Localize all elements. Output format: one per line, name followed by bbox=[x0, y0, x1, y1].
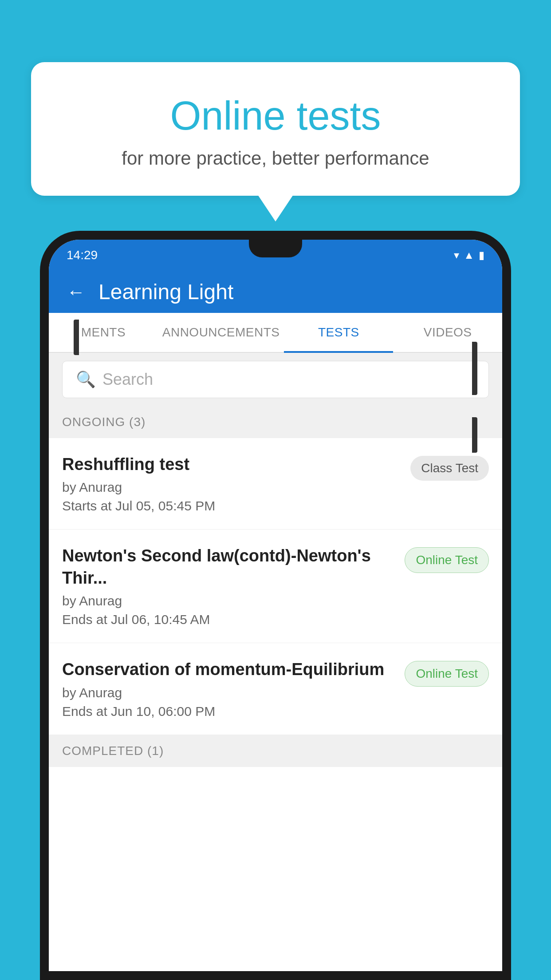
test-item-1[interactable]: Reshuffling test by Anurag Starts at Jul… bbox=[49, 438, 502, 530]
wifi-icon: ▾ bbox=[454, 249, 459, 261]
test-date-2: Ends at Jul 06, 10:45 AM bbox=[62, 612, 396, 627]
search-container: 🔍 Search bbox=[49, 353, 502, 406]
speech-bubble-title: Online tests bbox=[67, 93, 484, 139]
tab-videos[interactable]: VIDEOS bbox=[393, 313, 502, 352]
test-list: Reshuffling test by Anurag Starts at Jul… bbox=[49, 438, 502, 971]
back-button[interactable]: ← bbox=[67, 281, 85, 303]
app-title: Learning Light bbox=[98, 280, 233, 304]
test-item-3[interactable]: Conservation of momentum-Equilibrium by … bbox=[49, 643, 502, 735]
speech-bubble-subtitle: for more practice, better performance bbox=[67, 148, 484, 169]
speech-bubble-arrow bbox=[258, 195, 293, 221]
test-name-2: Newton's Second law(contd)-Newton's Thir… bbox=[62, 545, 396, 589]
status-time: 14:29 bbox=[67, 248, 98, 262]
search-placeholder: Search bbox=[102, 370, 153, 389]
speech-bubble-container: Online tests for more practice, better p… bbox=[31, 62, 520, 221]
test-badge-1: Class Test bbox=[410, 456, 489, 481]
app-header: ← Learning Light bbox=[49, 271, 502, 313]
tab-tests[interactable]: TESTS bbox=[284, 313, 393, 352]
test-date-1: Starts at Jul 05, 05:45 PM bbox=[62, 498, 401, 514]
test-by-3: by Anurag bbox=[62, 685, 396, 700]
tab-announcements[interactable]: ANNOUNCEMENTS bbox=[158, 313, 284, 352]
test-by-1: by Anurag bbox=[62, 480, 401, 495]
test-item-2[interactable]: Newton's Second law(contd)-Newton's Thir… bbox=[49, 530, 502, 643]
test-badge-2: Online Test bbox=[405, 547, 489, 573]
test-info-2: Newton's Second law(contd)-Newton's Thir… bbox=[62, 545, 405, 627]
test-name-3: Conservation of momentum-Equilibrium bbox=[62, 659, 396, 680]
test-badge-3: Online Test bbox=[405, 661, 489, 687]
phone-screen: 14:29 ▾ ▲ ▮ ← Learning Light MENTS ANNOU… bbox=[49, 240, 502, 971]
tabs-container: MENTS ANNOUNCEMENTS TESTS VIDEOS bbox=[49, 313, 502, 353]
search-icon: 🔍 bbox=[76, 370, 96, 389]
search-bar[interactable]: 🔍 Search bbox=[62, 361, 489, 398]
status-icons: ▾ ▲ ▮ bbox=[454, 249, 484, 261]
test-date-3: Ends at Jun 10, 06:00 PM bbox=[62, 704, 396, 719]
tab-ments[interactable]: MENTS bbox=[49, 313, 158, 352]
battery-icon: ▮ bbox=[479, 249, 484, 261]
phone-frame: 14:29 ▾ ▲ ▮ ← Learning Light MENTS ANNOU… bbox=[40, 231, 511, 980]
phone-volume-down-button[interactable] bbox=[472, 417, 477, 453]
test-by-2: by Anurag bbox=[62, 593, 396, 609]
test-name-1: Reshuffling test bbox=[62, 454, 401, 475]
test-info-3: Conservation of momentum-Equilibrium by … bbox=[62, 659, 405, 719]
completed-section-header: COMPLETED (1) bbox=[49, 735, 502, 767]
phone-notch bbox=[249, 240, 302, 257]
test-info-1: Reshuffling test by Anurag Starts at Jul… bbox=[62, 454, 410, 514]
ongoing-section-header: ONGOING (3) bbox=[49, 406, 502, 438]
signal-icon: ▲ bbox=[464, 249, 474, 261]
speech-bubble: Online tests for more practice, better p… bbox=[31, 62, 520, 196]
